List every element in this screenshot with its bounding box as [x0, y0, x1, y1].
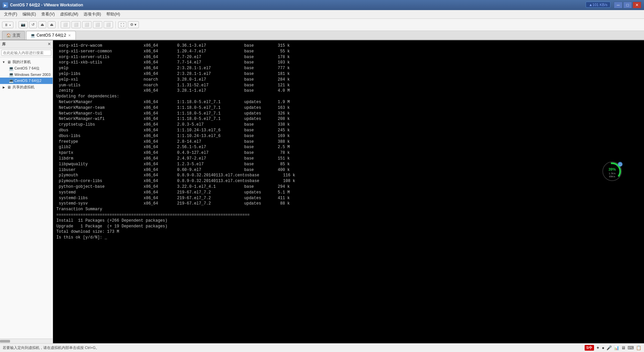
- sidebar: 库 ✕ ▼ 🖥 我的计算机 💻 CentOS 7 64位 💻 Win: [0, 40, 53, 343]
- terminal[interactable]: xorg-x11-drv-wacomx86_640.36.1-3.el7base…: [53, 40, 644, 343]
- terminal-line: xorg-x11-xkb-utilsx86_647.7-14.el7base10…: [56, 60, 641, 65]
- minimize-button[interactable]: ─: [614, 2, 623, 8]
- menu-edit[interactable]: 编辑(E): [20, 10, 39, 18]
- progress-download-text: 65K/s: [609, 175, 615, 178]
- terminal-line: plymouthx86_640.8.9-0.32.20140113.el7.ce…: [56, 173, 641, 178]
- tab-close-button[interactable]: ✕: [67, 34, 71, 37]
- terminal-line: ========================================…: [56, 212, 641, 218]
- close-button[interactable]: ✕: [633, 2, 641, 8]
- tree-toggle-spacer2: [3, 72, 8, 77]
- vm-icon-windows: 💻: [9, 72, 13, 77]
- tabbar: 🏠 主页 💻 CentOS 7 64位2 ✕: [0, 31, 644, 40]
- pause-button[interactable]: ⏸ ▾: [2, 21, 13, 28]
- search-input[interactable]: [1, 50, 51, 56]
- home-icon: 🏠: [6, 33, 11, 38]
- terminal-line: yelp-xslnoarch3.28.0-1.el7base284 k: [56, 77, 641, 83]
- eject-button[interactable]: ⏏: [38, 21, 46, 28]
- sidebar-hscroll[interactable]: [0, 339, 53, 343]
- terminal-line: Transaction Summary: [56, 207, 641, 212]
- view1-button[interactable]: ⬜: [61, 21, 70, 28]
- eject2-button[interactable]: ⏏: [48, 21, 56, 28]
- terminal-line: libuserx86_640.60-9.el7base400 k: [56, 167, 641, 173]
- menu-help[interactable]: 帮助(H): [104, 10, 123, 18]
- tree-item-mycomputer[interactable]: ▼ 🖥 我的计算机: [0, 59, 53, 65]
- maximize-button[interactable]: □: [623, 2, 632, 8]
- terminal-line: cryptsetup-libsx86_642.0.3-5.el7base338 …: [56, 122, 641, 128]
- toolbar-sep-1: [16, 21, 16, 29]
- svg-text:⬡: ⬡: [619, 163, 622, 166]
- settings-button[interactable]: ⚙ ▾: [128, 21, 139, 28]
- view5-button[interactable]: ⬜: [104, 21, 113, 28]
- systray-icon-4[interactable]: 📊: [614, 345, 619, 350]
- terminal-line: Total download size: 173 M: [56, 229, 641, 235]
- tree-label-centos2: CentOS 7 64位2: [14, 78, 42, 83]
- sidebar-tree: ▼ 🖥 我的计算机 💻 CentOS 7 64位 💻 Windows Serve…: [0, 57, 53, 339]
- menu-file[interactable]: 文件(F): [1, 10, 20, 18]
- tree-item-centos1[interactable]: 💻 CentOS 7 64位: [0, 65, 53, 72]
- systray-icon-6[interactable]: ⌨: [628, 345, 634, 350]
- computer-icon: 🖥: [7, 60, 11, 64]
- snapshot-button[interactable]: 📷: [18, 21, 28, 28]
- progress-upload-text: 1.7K/s: [609, 172, 615, 175]
- tree-toggle-mycomputer[interactable]: ▼: [1, 60, 6, 64]
- tab-home[interactable]: 🏠 主页: [2, 31, 25, 40]
- app-icon: ▶: [3, 2, 8, 8]
- view2-button[interactable]: ⬜: [71, 21, 81, 28]
- vm-icon-centos2: 💻: [9, 79, 13, 83]
- toolbar-sep-2: [58, 21, 58, 29]
- tree-item-windows[interactable]: 💻 Windows Server 2003: [0, 72, 53, 78]
- tab-centos-label: CentOS 7 64位2: [37, 33, 66, 38]
- systray-s-icon[interactable]: S中: [585, 345, 594, 351]
- scrollbar-thumb[interactable]: [0, 340, 10, 343]
- terminal-line: yum-utilsnoarch1.1.31-52.el7base121 k: [56, 83, 641, 88]
- menu-vm[interactable]: 虚拟机(M): [57, 10, 81, 18]
- systray-icon-3[interactable]: 🎤: [606, 345, 612, 350]
- status-text: 若要输入定向到虚拟机，请在虚拟机内部单击或按 Ctrl+G。: [3, 345, 99, 350]
- progress-percent-text: 39%: [608, 167, 616, 171]
- systray-icon-7[interactable]: 📋: [636, 345, 641, 350]
- toolbar: ⏸ ▾ 📷 ↺ ⏏ ⏏ ⬜ ⬜ ⬜ ⬜ ⬜ ⛶ ⚙ ▾: [0, 19, 644, 31]
- tree-label-centos1: CentOS 7 64位: [14, 66, 40, 71]
- tab-home-label: 主页: [12, 33, 20, 38]
- fullscreen-button[interactable]: ⛶: [118, 21, 126, 28]
- terminal-line: xorg-x11-server-utilsx86_647.7-20.el7bas…: [56, 54, 641, 60]
- terminal-line: NetworkManagerx86_641:1.18.0-5.el7_7.1up…: [56, 99, 641, 105]
- progress-ring-container: 39% 1.7K/s 65K/s ⬡: [600, 160, 624, 184]
- terminal-line: Upgrade 1 Package (+ 19 Dependent packag…: [56, 224, 641, 229]
- terminal-line: dbusx86_641:1.10.24-13.el7_6base245 k: [56, 128, 641, 133]
- terminal-line: systemdx86_64219-67.el7_7.2updates5.1 M: [56, 190, 641, 195]
- tab-centos[interactable]: 💻 CentOS 7 64位2 ✕: [26, 31, 76, 40]
- tree-item-centos2[interactable]: 💻 CentOS 7 64位2: [0, 78, 53, 84]
- sidebar-close-icon[interactable]: ✕: [48, 42, 51, 46]
- terminal-line: zenityx86_643.28.1-1.el7base4.0 M: [56, 88, 641, 94]
- tree-label-shared: 共享的虚拟机: [12, 85, 35, 90]
- systray-icon-2[interactable]: ●: [602, 345, 604, 350]
- terminal-line: Updating for dependencies:: [56, 94, 641, 99]
- terminal-line: NetworkManager-teamx86_641:1.18.0-5.el7_…: [56, 105, 641, 111]
- systray-icon-1[interactable]: ✦: [596, 345, 600, 350]
- revert-button[interactable]: ↺: [29, 21, 37, 28]
- tree-toggle-shared[interactable]: ▶: [1, 85, 6, 90]
- view3-button[interactable]: ⬜: [82, 21, 92, 28]
- content-area[interactable]: xorg-x11-drv-wacomx86_640.36.1-3.el7base…: [53, 40, 644, 343]
- view4-button[interactable]: ⬜: [93, 21, 102, 28]
- vm-icon-centos1: 💻: [9, 66, 13, 71]
- vm-icon: 💻: [31, 33, 35, 38]
- network-indicator: ▲101 KB/s: [586, 2, 610, 8]
- menu-view[interactable]: 查看(V): [39, 10, 57, 18]
- terminal-line: systemd-libsx86_64219-67.el7_7.2updates4…: [56, 195, 641, 201]
- window-controls: ─ □ ✕: [614, 2, 641, 8]
- terminal-line: freetypex86_642.8-14.el7base388 k: [56, 139, 641, 145]
- statusbar-right: S中 ✦ ● 🎤 📊 🖥 ⌨ 📋: [585, 345, 641, 351]
- menu-tab[interactable]: 选项卡(B): [81, 10, 104, 18]
- tree-item-shared[interactable]: ▶ 🖥 共享的虚拟机: [0, 84, 53, 90]
- menubar: 文件(F) 编辑(E) 查看(V) 虚拟机(M) 选项卡(B) 帮助(H): [0, 10, 644, 19]
- terminal-line: plymouth-core-libsx86_640.8.9-0.32.20140…: [56, 178, 641, 184]
- progress-ring-svg: 39% 1.7K/s 65K/s ⬡: [600, 160, 624, 183]
- titlebar: ▶ CentOS 7 64位2 - VMware Workstation ▲10…: [0, 0, 644, 10]
- terminal-line: NetworkManager-tuix86_641:1.18.0-5.el7_7…: [56, 111, 641, 117]
- terminal-line: NetworkManager-wifix86_641:1.18.0-5.el7_…: [56, 116, 641, 122]
- systray-icon-5[interactable]: 🖥: [621, 345, 626, 350]
- main-layout: 库 ✕ ▼ 🖥 我的计算机 💻 CentOS 7 64位 💻 Win: [0, 40, 644, 343]
- terminal-line: systemd-sysvx86_64219-67.el7_7.2updates …: [56, 201, 641, 207]
